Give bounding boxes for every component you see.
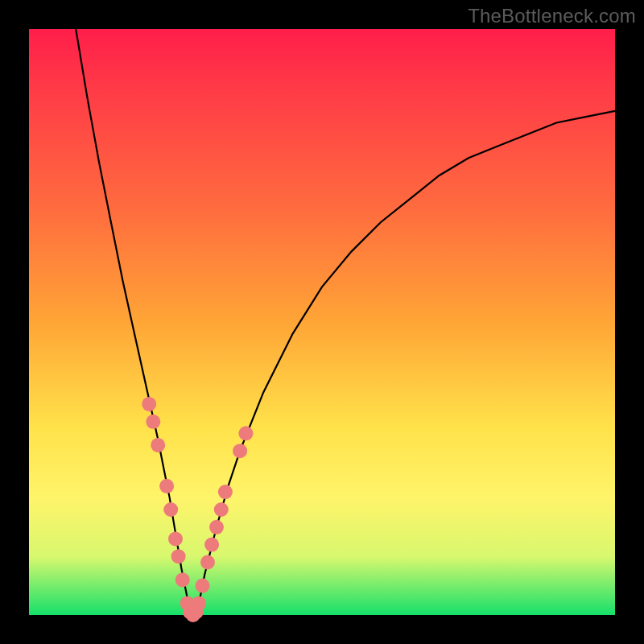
curve-marker xyxy=(163,502,178,517)
watermark-text: TheBottleneck.com xyxy=(468,5,636,27)
curve-marker xyxy=(200,555,215,570)
curve-marker xyxy=(233,444,247,458)
plot-area xyxy=(29,29,615,615)
curve-marker xyxy=(204,538,219,552)
curve-marker xyxy=(175,572,190,587)
curve-marker xyxy=(196,579,210,593)
bottleneck-curve xyxy=(76,29,615,615)
curve-marker xyxy=(159,479,174,493)
curve-marker xyxy=(142,397,156,411)
curve-marker xyxy=(214,502,229,517)
curve-marker xyxy=(238,426,253,440)
curve-markers xyxy=(142,397,253,622)
bottleneck-curve-svg xyxy=(29,29,615,615)
curve-marker xyxy=(151,438,165,452)
curve-marker xyxy=(209,520,224,535)
curve-marker xyxy=(218,485,233,499)
curve-marker xyxy=(168,531,183,546)
curve-marker xyxy=(171,549,186,564)
chart-frame: TheBottleneck.com xyxy=(0,0,644,644)
curve-marker xyxy=(192,596,206,610)
curve-marker xyxy=(146,415,160,429)
